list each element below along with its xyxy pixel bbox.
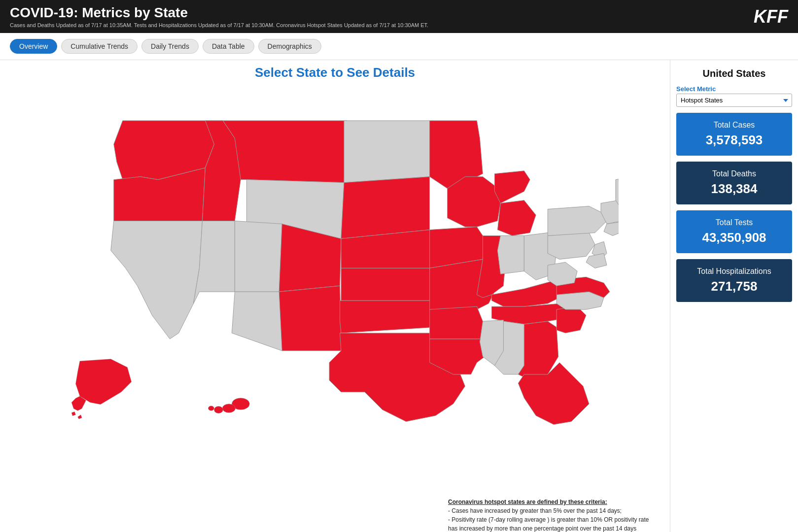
hotspot-bullet-2: - Positivity rate (7-day rolling average… bbox=[448, 516, 649, 532]
state-hi-2[interactable] bbox=[222, 404, 235, 413]
total-hospitalizations-value: 271,758 bbox=[682, 279, 786, 294]
total-deaths-label: Total Deaths bbox=[682, 169, 786, 178]
stat-card-total-hospitalizations: Total Hospitalizations 271,758 bbox=[676, 259, 792, 302]
tab-daily-trends[interactable]: Daily Trends bbox=[141, 39, 199, 54]
stat-card-total-cases: Total Cases 3,578,593 bbox=[676, 113, 792, 156]
total-cases-value: 3,578,593 bbox=[682, 133, 786, 148]
stat-card-total-tests: Total Tests 43,350,908 bbox=[676, 210, 792, 253]
stat-card-total-deaths: Total Deaths 138,384 bbox=[676, 162, 792, 204]
state-ks[interactable] bbox=[341, 268, 429, 300]
state-wv[interactable] bbox=[548, 262, 577, 286]
total-deaths-value: 138,384 bbox=[682, 181, 786, 197]
state-hi-3[interactable] bbox=[214, 406, 223, 413]
state-pa[interactable] bbox=[548, 233, 595, 259]
metric-select[interactable]: Hotspot States Total Cases Total Deaths … bbox=[676, 94, 792, 107]
nav-bar: Overview Cumulative Trends Daily Trends … bbox=[0, 33, 798, 60]
tab-demographics[interactable]: Demographics bbox=[258, 39, 321, 54]
map-title: Select State to See Details bbox=[0, 65, 670, 80]
state-mt[interactable] bbox=[223, 121, 347, 183]
metric-select-wrapper: Hotspot States Total Cases Total Deaths … bbox=[676, 94, 792, 107]
hotspot-bullet-1: - Cases have increased by greater than 5… bbox=[448, 507, 622, 514]
sidebar: United States Select Metric Hotspot Stat… bbox=[670, 60, 798, 532]
kff-logo: KFF bbox=[754, 6, 788, 27]
total-hospitalizations-label: Total Hospitalizations bbox=[682, 267, 786, 276]
state-ny[interactable] bbox=[548, 206, 607, 236]
main-content: Select State to See Details bbox=[0, 60, 798, 532]
state-ca[interactable] bbox=[110, 221, 202, 339]
state-mi-lower[interactable] bbox=[497, 200, 536, 236]
state-ut[interactable] bbox=[235, 221, 282, 292]
state-nd[interactable] bbox=[344, 121, 429, 183]
header-subtitle: Cases and Deaths Updated as of 7/17 at 1… bbox=[10, 22, 428, 28]
map-area: Select State to See Details bbox=[0, 60, 670, 532]
state-ma[interactable] bbox=[604, 221, 619, 236]
header-left: COVID-19: Metrics by State Cases and Dea… bbox=[10, 5, 428, 28]
state-ar[interactable] bbox=[429, 306, 486, 339]
sidebar-title: United States bbox=[676, 68, 792, 79]
state-nm[interactable] bbox=[279, 286, 341, 351]
select-metric-label: Select Metric bbox=[676, 85, 792, 93]
state-in[interactable] bbox=[497, 235, 524, 274]
total-tests-label: Total Tests bbox=[682, 218, 786, 227]
hotspot-criteria-heading: Coronavirus hotspot states are defined b… bbox=[448, 499, 607, 505]
state-ak-islands[interactable] bbox=[71, 412, 82, 419]
state-hi-4[interactable] bbox=[208, 406, 214, 411]
state-ak[interactable] bbox=[75, 359, 131, 404]
state-wi[interactable] bbox=[447, 177, 500, 227]
page-header: COVID-19: Metrics by State Cases and Dea… bbox=[0, 0, 798, 33]
page-title: COVID-19: Metrics by State bbox=[10, 5, 428, 21]
state-sd[interactable] bbox=[341, 177, 429, 239]
total-tests-value: 43,350,908 bbox=[682, 230, 786, 245]
tab-overview[interactable]: Overview bbox=[10, 39, 57, 54]
tab-data-table[interactable]: Data Table bbox=[203, 39, 254, 54]
state-md-de[interactable] bbox=[586, 253, 607, 268]
tab-cumulative-trends[interactable]: Cumulative Trends bbox=[61, 39, 138, 54]
total-cases-label: Total Cases bbox=[682, 121, 786, 130]
state-sc[interactable] bbox=[556, 306, 586, 333]
us-map[interactable] bbox=[52, 85, 619, 439]
select-metric-section: Select Metric Hotspot States Total Cases… bbox=[676, 85, 792, 107]
state-ok[interactable] bbox=[340, 300, 435, 333]
hotspot-criteria: Coronavirus hotspot states are defined b… bbox=[448, 498, 655, 532]
state-mi[interactable] bbox=[494, 171, 530, 203]
